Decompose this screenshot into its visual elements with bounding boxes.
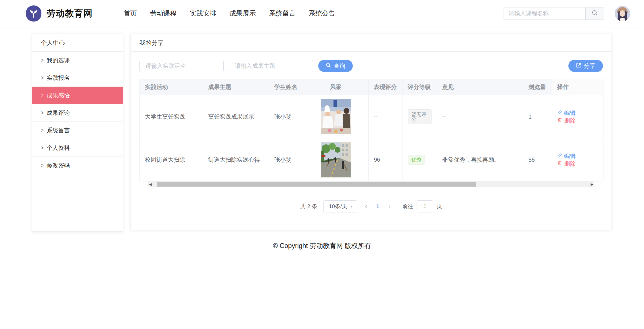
site-title: 劳动教育网 bbox=[47, 7, 93, 20]
nav-courses[interactable]: 劳动课程 bbox=[150, 9, 177, 18]
activity-filter-input[interactable] bbox=[139, 60, 224, 72]
cell-comment: 非常优秀，再接再励。 bbox=[437, 138, 523, 181]
page-size-select[interactable]: 10条/页 ▾ bbox=[323, 200, 357, 212]
edit-button[interactable]: 编辑 bbox=[557, 152, 576, 160]
sidebar-item-profile[interactable]: > 个人资料 bbox=[32, 139, 123, 157]
search-icon bbox=[591, 9, 598, 17]
cell-activity: 校园街道大扫除 bbox=[140, 138, 203, 181]
delete-label: 删除 bbox=[564, 160, 576, 168]
trash-icon bbox=[557, 117, 562, 124]
table-row: 校园街道大扫除 街道大扫除实践心得 张小斐 bbox=[140, 138, 603, 181]
panel-title: 我的分享 bbox=[131, 34, 612, 52]
personal-center-sidebar: 个人中心 > 我的选课 > 实践报名 > 成果感悟 > 成果评论 > 系统留言 … bbox=[32, 34, 123, 232]
delete-button[interactable]: 删除 bbox=[557, 117, 576, 125]
topic-filter-input[interactable] bbox=[229, 60, 313, 72]
col-actions: 操作 bbox=[552, 79, 603, 95]
col-grade: 评分等级 bbox=[402, 79, 437, 95]
sidebar-item-my-courses[interactable]: > 我的选课 bbox=[32, 52, 123, 69]
sidebar-item-change-password[interactable]: > 修改密码 bbox=[32, 157, 123, 174]
cooking-practice-photo bbox=[321, 99, 351, 134]
goto-label: 前往 bbox=[402, 203, 413, 210]
sidebar-item-label: 成果感悟 bbox=[47, 92, 70, 99]
sidebar-title: 个人中心 bbox=[32, 34, 123, 52]
nav-messages[interactable]: 系统留言 bbox=[269, 9, 296, 18]
col-views: 浏览量 bbox=[523, 79, 552, 95]
edit-label: 编辑 bbox=[564, 152, 576, 160]
col-student: 学生姓名 bbox=[269, 79, 303, 95]
top-bar: 劳动教育网 首页 劳动课程 实践安排 成果展示 系统留言 系统公告 bbox=[0, 0, 644, 27]
cell-student: 张小斐 bbox=[269, 95, 303, 138]
query-button[interactable]: 查询 bbox=[318, 60, 353, 72]
cell-comment: -- bbox=[437, 95, 523, 138]
col-score: 表现评分 bbox=[369, 79, 402, 95]
goto-page-input[interactable] bbox=[417, 200, 433, 212]
shares-table: 实践活动 成果主题 学生姓名 风采 表现评分 评分等级 意见 浏览量 操作 大学… bbox=[139, 79, 603, 187]
scroll-left-arrow-icon[interactable]: ◀ bbox=[148, 181, 153, 187]
prev-page-button[interactable]: ‹ bbox=[363, 203, 369, 210]
page-unit-label: 页 bbox=[437, 203, 442, 210]
arrow-right-icon: > bbox=[41, 75, 43, 81]
sidebar-item-achievement-reflection[interactable]: > 成果感悟 bbox=[32, 87, 123, 104]
sidebar-item-label: 实践报名 bbox=[47, 74, 70, 82]
cell-views: 55 bbox=[523, 138, 552, 181]
search-icon bbox=[326, 63, 331, 69]
course-search-input[interactable] bbox=[503, 7, 585, 20]
sidebar-item-label: 个人资料 bbox=[47, 144, 70, 152]
chevron-down-icon: ▾ bbox=[350, 204, 352, 209]
nav-announcements[interactable]: 系统公告 bbox=[309, 9, 335, 18]
page-size-value: 10条/页 bbox=[329, 203, 347, 210]
nav-achievements[interactable]: 成果展示 bbox=[229, 9, 256, 18]
filter-toolbar: 查询 分享 bbox=[131, 52, 612, 79]
sidebar-item-label: 成果评论 bbox=[47, 109, 70, 117]
sidebar-item-label: 我的选课 bbox=[47, 57, 70, 64]
next-page-button[interactable]: › bbox=[386, 203, 393, 210]
sprout-logo-icon bbox=[26, 5, 41, 22]
share-icon bbox=[576, 63, 581, 69]
scroll-right-arrow-icon[interactable]: ▶ bbox=[590, 181, 594, 187]
share-button-label: 分享 bbox=[584, 62, 595, 70]
sidebar-item-label: 修改密码 bbox=[47, 162, 70, 169]
course-search-button[interactable] bbox=[585, 7, 604, 20]
cell-topic: 街道大扫除实践心得 bbox=[203, 138, 269, 181]
scrollbar-track[interactable] bbox=[153, 181, 590, 187]
grade-badge: 暂无评分 bbox=[408, 109, 432, 124]
nav-home[interactable]: 首页 bbox=[124, 9, 137, 18]
sidebar-item-system-messages[interactable]: > 系统留言 bbox=[32, 122, 123, 139]
query-button-label: 查询 bbox=[334, 62, 345, 70]
brand[interactable]: 劳动教育网 bbox=[26, 5, 93, 22]
edit-icon bbox=[557, 110, 562, 116]
cell-topic: 烹饪实践成果展示 bbox=[203, 95, 269, 138]
sidebar-item-label: 系统留言 bbox=[47, 127, 70, 134]
arrow-right-icon: > bbox=[41, 127, 43, 133]
cell-score: 96 bbox=[369, 138, 402, 181]
sidebar-item-practice-signup[interactable]: > 实践报名 bbox=[32, 69, 123, 87]
arrow-right-icon: > bbox=[41, 145, 43, 151]
total-count: 共 2 条 bbox=[300, 203, 317, 210]
cell-score: -- bbox=[369, 95, 402, 138]
delete-button[interactable]: 删除 bbox=[557, 160, 576, 168]
cell-student: 张小斐 bbox=[269, 138, 303, 181]
sidebar-item-achievement-comments[interactable]: > 成果评论 bbox=[32, 104, 123, 122]
edit-button[interactable]: 编辑 bbox=[557, 109, 576, 117]
share-button[interactable]: 分享 bbox=[568, 60, 603, 72]
user-avatar[interactable] bbox=[615, 6, 630, 21]
nav-practice[interactable]: 实践安排 bbox=[190, 9, 216, 18]
table-header-row: 实践活动 成果主题 学生姓名 风采 表现评分 评分等级 意见 浏览量 操作 bbox=[140, 79, 603, 95]
scrollbar-thumb[interactable] bbox=[157, 182, 476, 187]
cell-views: 1 bbox=[523, 95, 552, 138]
current-page[interactable]: 1 bbox=[375, 203, 381, 210]
edit-label: 编辑 bbox=[564, 109, 576, 117]
table-row: 大学生烹饪实践 烹饪实践成果展示 张小斐 bbox=[140, 95, 603, 138]
col-topic: 成果主题 bbox=[203, 79, 269, 95]
pagination: 共 2 条 10条/页 ▾ ‹ 1 › 前往 页 bbox=[131, 200, 612, 230]
goto-page: 前往 页 bbox=[402, 200, 442, 212]
my-shares-panel: 我的分享 查询 分享 bbox=[131, 34, 612, 230]
edit-icon bbox=[557, 153, 562, 159]
col-photo: 风采 bbox=[303, 79, 369, 95]
grade-badge: 优秀 bbox=[408, 155, 425, 165]
arrow-right-icon: > bbox=[41, 92, 43, 98]
delete-label: 删除 bbox=[564, 117, 576, 125]
horizontal-scrollbar[interactable]: ◀ ▶ bbox=[148, 181, 594, 187]
course-search bbox=[503, 7, 604, 20]
main-nav: 首页 劳动课程 实践安排 成果展示 系统留言 系统公告 bbox=[124, 9, 335, 18]
